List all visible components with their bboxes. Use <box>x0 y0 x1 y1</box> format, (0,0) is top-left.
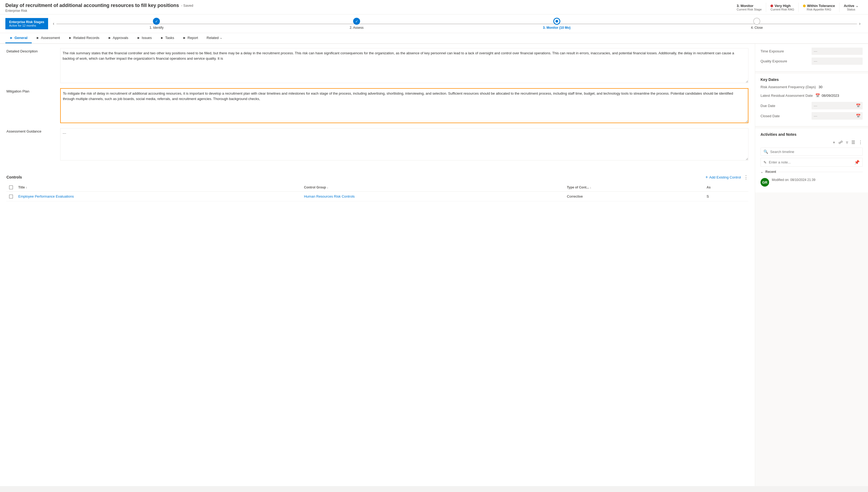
search-icon: 🔍 <box>763 149 768 154</box>
add-control-label: Add Existing Control <box>709 175 741 179</box>
mitigation-plan-textarea[interactable]: To mitigate the risk of delay in recruit… <box>60 88 748 123</box>
col-header-title: Title ↕ <box>16 183 301 192</box>
table-row: Employee Performance Evaluations Human R… <box>6 192 748 201</box>
stage-bar-sublabel: Active for 12 months <box>9 24 44 27</box>
tab-general-arrow: ► <box>10 36 13 40</box>
page-header: Delay of recruitment of additional accou… <box>0 0 868 15</box>
row-control-group-link[interactable]: Human Resources Risk Controls <box>304 194 355 198</box>
tab-approvals[interactable]: ► Approvals <box>104 33 133 43</box>
control-group-sort-icon[interactable]: ↓ <box>327 186 328 189</box>
stage-next-button[interactable]: › <box>857 21 863 26</box>
row-title-link[interactable]: Employee Performance Evaluations <box>18 194 74 198</box>
time-exposure-row: Time Exposure --- <box>761 48 863 55</box>
tab-tasks-arrow: ► <box>160 36 164 40</box>
step-label-monitor: 3. Monitor (10 Mo) <box>543 26 570 30</box>
assessment-guidance-label: Assessment Guidance <box>6 128 55 133</box>
calendar-icon-residual: 📅 <box>815 93 820 98</box>
risk-rag-meta: Very High Current Risk RAG <box>766 3 798 12</box>
type-sort-icon[interactable]: ↓ <box>590 186 591 189</box>
detailed-description-label: Detailed Description <box>6 48 55 53</box>
note-input[interactable] <box>769 160 852 164</box>
risk-rag-label: Current Risk RAG <box>770 8 794 11</box>
stage-step-monitor[interactable]: 3. Monitor (10 Mo) <box>457 18 657 30</box>
step-circle-monitor <box>553 18 560 25</box>
tab-assessment-arrow: ► <box>36 36 40 40</box>
tab-issues-arrow: ► <box>137 36 140 40</box>
quality-exposure-label: Quality Exposure <box>761 59 809 63</box>
stage-prev-button[interactable]: ‹ <box>51 21 56 26</box>
add-control-button[interactable]: + Add Existing Control <box>706 175 741 179</box>
tab-report-label: Report <box>187 36 198 40</box>
risk-stage-label: Current Risk Stage <box>737 8 762 11</box>
time-exposure-value: --- <box>812 48 863 55</box>
step-label-identify: 1. Identify <box>149 26 163 30</box>
quality-exposure-row: Quality Exposure --- <box>761 57 863 65</box>
assessment-guidance-textarea[interactable] <box>60 128 748 161</box>
stage-bar: Enterprise Risk Stages Active for 12 mon… <box>0 15 868 33</box>
stage-step-close[interactable]: 4. Close <box>657 18 857 30</box>
key-dates-title: Key Dates <box>761 77 863 82</box>
expand-recent-icon[interactable]: ⌄ <box>761 170 763 174</box>
frequency-value: 30 <box>819 85 863 89</box>
note-input-row: ✎ 📌 <box>761 158 863 167</box>
step-circle-identify: ✓ <box>153 18 160 25</box>
header-meta: 3. Monitor Current Risk Stage Very High … <box>732 3 863 12</box>
tab-tasks[interactable]: ► Tasks <box>156 33 178 43</box>
search-timeline-input[interactable] <box>770 150 860 154</box>
stage-steps: ✓ 1. Identify ✓ 2. Assess 3. Monitor (10… <box>56 15 857 33</box>
list-view-button[interactable]: ☰ <box>851 140 855 145</box>
detailed-description-row: Detailed Description The risk summary st… <box>6 48 748 84</box>
add-activity-button[interactable]: + <box>833 140 835 145</box>
row-checkbox[interactable] <box>9 195 13 198</box>
detailed-description-textarea[interactable]: The risk summary states that the financi… <box>60 48 748 83</box>
stage-bar-title: Enterprise Risk Stages <box>9 20 44 24</box>
controls-actions: + Add Existing Control ⋮ <box>706 174 748 180</box>
recent-divider <box>778 172 863 172</box>
controls-title: Controls <box>6 175 22 179</box>
calendar-icon-due[interactable]: 📅 <box>856 103 861 108</box>
recent-item: GR Modified on: 08/10/2024 21:39 <box>761 176 863 189</box>
saved-indicator: - Saved <box>181 3 193 7</box>
stage-label-box: Enterprise Risk Stages Active for 12 mon… <box>5 18 48 29</box>
title-sort-icon[interactable]: ↕ <box>26 186 27 189</box>
attach-icon[interactable]: 📌 <box>854 160 860 165</box>
status-value: Active ⌄ <box>844 4 858 8</box>
tab-related-records[interactable]: ► Related Records <box>64 33 104 43</box>
step-label-assess: 2. Assess <box>350 26 363 30</box>
row-control-group-cell: Human Resources Risk Controls <box>301 192 564 201</box>
stage-step-assess[interactable]: ✓ 2. Assess <box>257 18 457 30</box>
col-header-check <box>6 183 16 192</box>
bookmark-button[interactable]: ☍ <box>838 140 843 145</box>
controls-table-head: Title ↕ Control Group ↓ Type of Cont... … <box>6 183 748 192</box>
calendar-icon-closed[interactable]: 📅 <box>856 114 861 118</box>
recent-section: ⌄ Recent GR Modified on: 08/10/2024 21:3… <box>761 170 863 189</box>
tab-assessment-label: Assessment <box>41 36 60 40</box>
tab-general[interactable]: ► General <box>5 33 32 43</box>
tab-tasks-label: Tasks <box>165 36 174 40</box>
latest-residual-label: Latest Residual Assessment Date <box>761 94 813 98</box>
more-options-button[interactable]: ⋮ <box>858 140 863 145</box>
row-as-cell: S <box>704 192 748 201</box>
tab-report[interactable]: ► Report <box>178 33 202 43</box>
mitigation-plan-row: Mitigation Plan To mitigate the risk of … <box>6 88 748 124</box>
latest-residual-row: Latest Residual Assessment Date 📅 08/09/… <box>761 92 863 99</box>
tab-report-arrow: ► <box>183 36 186 40</box>
tab-assessment[interactable]: ► Assessment <box>32 33 64 43</box>
detailed-description-value: The risk summary states that the financi… <box>60 48 748 84</box>
select-all-checkbox[interactable] <box>9 186 13 189</box>
step-label-close: 4. Close <box>751 26 763 30</box>
activities-title: Activities and Notes <box>761 132 863 137</box>
yellow-dot-icon <box>803 5 806 7</box>
record-type: Enterprise Risk <box>5 9 732 13</box>
stage-step-identify[interactable]: ✓ 1. Identify <box>56 18 257 30</box>
tab-related[interactable]: Related ⌄ <box>202 33 227 43</box>
quality-exposure-value: --- <box>812 57 863 65</box>
controls-more-icon[interactable]: ⋮ <box>744 174 748 180</box>
status-label: Status <box>844 8 858 11</box>
filter-button[interactable]: ▿ <box>846 140 848 145</box>
due-date-value: --- 📅 <box>812 102 863 109</box>
row-checkbox-cell <box>6 192 16 201</box>
recent-modified-text: Modified on: 08/10/2024 21:39 <box>772 178 815 182</box>
tab-issues[interactable]: ► Issues <box>132 33 156 43</box>
status-chevron-icon[interactable]: ⌄ <box>856 4 858 8</box>
